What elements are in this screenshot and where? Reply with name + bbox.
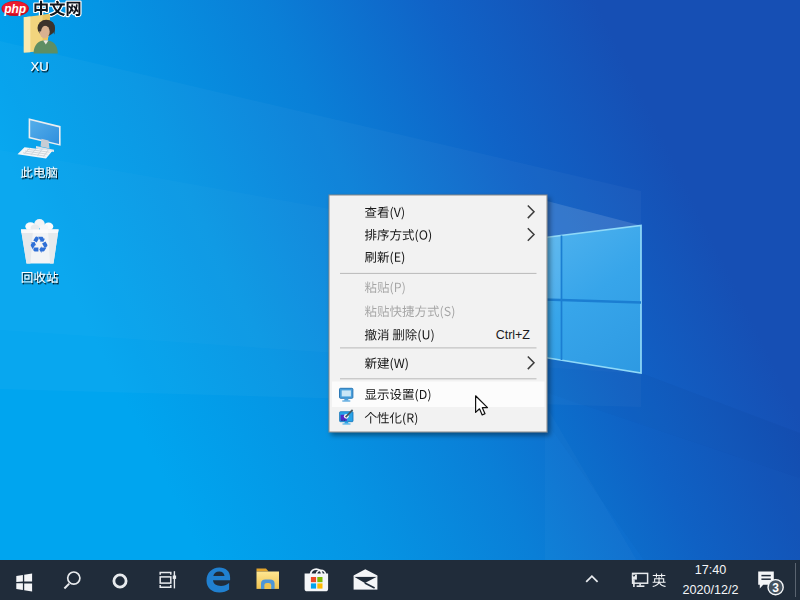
svg-text:17:40: 17:40: [695, 563, 727, 577]
svg-text:2020/12/2: 2020/12/2: [682, 583, 738, 597]
svg-text:XU: XU: [30, 59, 48, 74]
svg-text:Ctrl+Z: Ctrl+Z: [496, 328, 531, 342]
svg-text:3: 3: [772, 581, 779, 595]
svg-text:php: php: [3, 2, 26, 16]
